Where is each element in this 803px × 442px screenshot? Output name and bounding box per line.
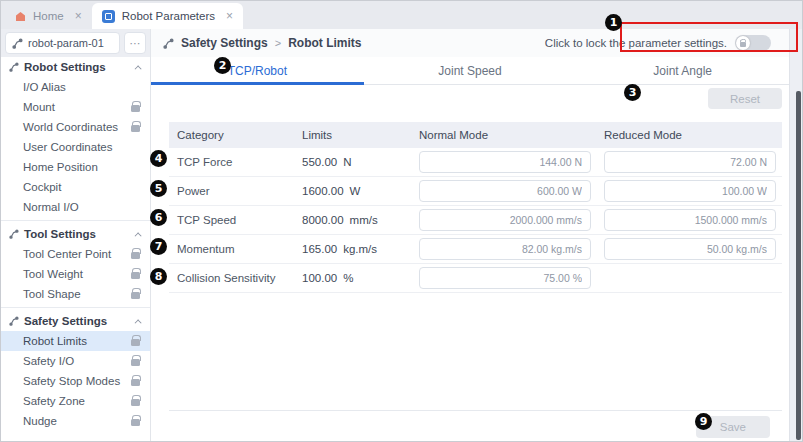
lock-icon (131, 292, 140, 299)
chevron-up-icon (135, 65, 142, 72)
table-row-tcp-force: TCP Force 550.00N (169, 148, 782, 177)
tab-joint-speed[interactable]: Joint Speed (364, 57, 577, 84)
item-label: Nudge (23, 415, 57, 427)
section-tool-settings[interactable]: Tool Settings (1, 224, 150, 244)
section-safety-settings[interactable]: Safety Settings (1, 311, 150, 331)
breadcrumb-page: Robot Limits (288, 36, 361, 50)
item-label: I/O Alias (23, 81, 66, 93)
section-title: Tool Settings (24, 228, 96, 240)
row-category: TCP Force (177, 156, 289, 168)
save-button[interactable]: Save (696, 416, 770, 438)
sidebar-item-tool-shape[interactable]: Tool Shape (1, 284, 150, 304)
sidebar-item-mount[interactable]: Mount (1, 97, 150, 117)
sidebar-header: robot-param-01 ⋯ (1, 29, 150, 57)
main-header: Safety Settings > Robot Limits Click to … (151, 29, 789, 57)
tab-tcp-robot[interactable]: TCP/Robot (151, 57, 364, 84)
tab-robot-parameters-label: Robot Parameters (122, 10, 215, 22)
row-limit: 165.00kg.m/s (302, 243, 406, 255)
sidebar-item-safety-io[interactable]: Safety I/O (1, 351, 150, 371)
table-row-tcp-speed: TCP Speed 8000.00mm/s (169, 206, 782, 235)
breadcrumb-section: Safety Settings (181, 36, 268, 50)
window-tabbar: Home × Robot Parameters × (1, 1, 802, 29)
row-category: TCP Speed (177, 214, 289, 226)
sidebar-nav: Robot Settings I/O Alias Mount World Coo… (1, 57, 150, 442)
sidebar-item-robot-limits[interactable]: Robot Limits (1, 331, 150, 351)
sidebar-item-tool-weight[interactable]: Tool Weight (1, 264, 150, 284)
sidebar-item-home-position[interactable]: Home Position (1, 157, 150, 177)
table-header-row: Category Limits Normal Mode Reduced Mode (169, 122, 782, 148)
breadcrumb: Safety Settings > Robot Limits (163, 36, 361, 50)
limit-value: 100.00 (302, 272, 337, 284)
sidebar-item-nudge[interactable]: Nudge (1, 411, 150, 431)
robot-arm-icon (9, 316, 19, 326)
section-robot-settings[interactable]: Robot Settings (1, 57, 150, 77)
col-limits: Limits (302, 129, 406, 141)
sidebar-item-io-alias[interactable]: I/O Alias (1, 77, 150, 97)
more-options-button[interactable]: ⋯ (124, 32, 146, 54)
tab-robot-parameters-close-icon[interactable]: × (226, 9, 233, 23)
item-label: Mount (23, 101, 55, 113)
normal-mode-input-tcp-force[interactable] (419, 151, 591, 173)
toggle-knob (736, 36, 750, 50)
reduced-mode-input-power[interactable] (604, 180, 776, 202)
row-category: Collision Sensitivity (177, 272, 289, 284)
sidebar-item-safety-zone[interactable]: Safety Zone (1, 391, 150, 411)
row-category: Power (177, 185, 289, 197)
sidebar-item-normal-io[interactable]: Normal I/O (1, 197, 150, 217)
col-normal-mode: Normal Mode (419, 129, 591, 141)
normal-mode-input-collision-sensitivity[interactable] (419, 267, 591, 289)
item-label: Cockpit (23, 181, 61, 193)
tab-robot-parameters[interactable]: Robot Parameters × (92, 3, 243, 29)
sidebar-item-tool-center-point[interactable]: Tool Center Point (1, 244, 150, 264)
limit-value: 8000.00 (302, 214, 344, 226)
normal-mode-input-momentum[interactable] (419, 238, 591, 260)
lock-icon (131, 399, 140, 406)
item-label: Tool Center Point (23, 248, 111, 260)
lock-icon (131, 105, 140, 112)
reset-button[interactable]: Reset (708, 88, 782, 109)
row-category: Momentum (177, 243, 289, 255)
lock-icon (131, 359, 140, 366)
robot-arm-icon (9, 62, 19, 72)
normal-mode-input-tcp-speed[interactable] (419, 209, 591, 231)
tab-joint-angle[interactable]: Joint Angle (576, 57, 789, 84)
sidebar-item-safety-stop-modes[interactable]: Safety Stop Modes (1, 371, 150, 391)
col-category: Category (177, 129, 289, 141)
limits-table: Category Limits Normal Mode Reduced Mode… (169, 122, 782, 293)
lock-icon (131, 125, 140, 132)
scrollbar-thumb[interactable] (796, 91, 801, 440)
sidebar-item-cockpit[interactable]: Cockpit (1, 177, 150, 197)
lock-icon (131, 252, 140, 259)
item-label: World Coordinates (23, 121, 118, 133)
limit-unit: % (343, 272, 353, 284)
sidebar-item-user-coordinates[interactable]: User Coordinates (1, 137, 150, 157)
tab-home[interactable]: Home × (5, 3, 92, 29)
reduced-mode-input-momentum[interactable] (604, 238, 776, 260)
lock-icon (131, 272, 140, 279)
parameter-lock-toggle[interactable] (735, 35, 771, 51)
sidebar-item-world-coordinates[interactable]: World Coordinates (1, 117, 150, 137)
unlock-icon (740, 42, 746, 47)
tab-home-close-icon[interactable]: × (75, 9, 82, 23)
vertical-scrollbar[interactable] (789, 29, 802, 442)
lock-hint-text: Click to lock the parameter settings. (545, 37, 727, 49)
col-reduced-mode: Reduced Mode (604, 129, 776, 141)
normal-mode-input-power[interactable] (419, 180, 591, 202)
footer-bar: Save (169, 410, 782, 442)
limit-unit: mm/s (350, 214, 378, 226)
limit-value: 165.00 (302, 243, 337, 255)
item-label: Tool Shape (23, 288, 81, 300)
param-set-field[interactable]: robot-param-01 (5, 32, 120, 54)
home-icon (15, 11, 26, 22)
item-label: Safety Stop Modes (23, 375, 120, 387)
reduced-mode-input-tcp-speed[interactable] (604, 209, 776, 231)
tab-label: TCP/Robot (228, 64, 287, 78)
lock-icon (131, 379, 140, 386)
tab-label: Joint Angle (653, 64, 712, 78)
limit-unit: N (343, 156, 351, 168)
limit-value: 1600.00 (302, 185, 344, 197)
item-label: Safety Zone (23, 395, 85, 407)
reduced-mode-input-tcp-force[interactable] (604, 151, 776, 173)
robot-parameters-icon (102, 10, 115, 23)
table-row-power: Power 1600.00W (169, 177, 782, 206)
